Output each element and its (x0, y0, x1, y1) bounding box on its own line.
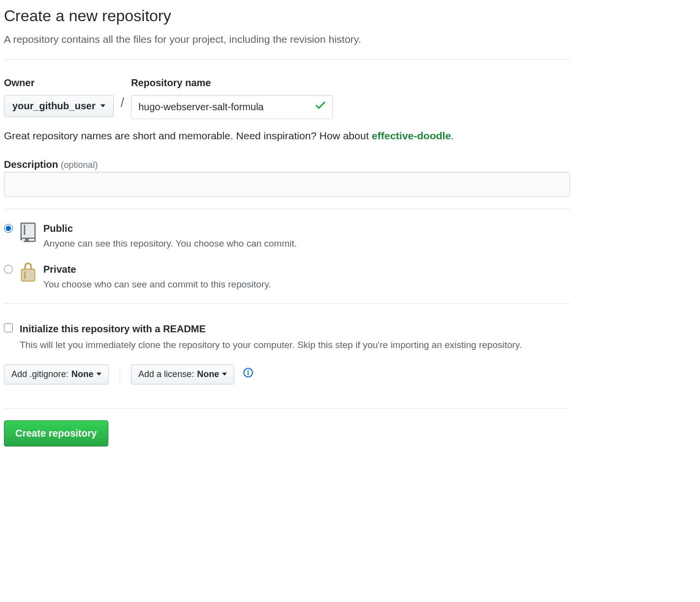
svg-rect-5 (248, 372, 249, 375)
gitignore-dropdown[interactable]: Add .gitignore: None (4, 364, 109, 384)
divider (4, 59, 570, 60)
name-hint: Great repository names are short and mem… (4, 128, 570, 144)
check-icon (315, 100, 326, 114)
caret-down-icon (96, 373, 101, 376)
repo-public-icon (19, 221, 37, 246)
caret-down-icon (100, 104, 105, 107)
slash-separator: / (121, 93, 124, 112)
private-label: Private (43, 262, 271, 277)
owner-label: Owner (4, 75, 114, 90)
suggestion-link[interactable]: effective-doodle (372, 130, 451, 141)
public-label: Public (43, 221, 297, 236)
svg-point-4 (248, 370, 249, 372)
init-readme-label: Initialize this repository with a README (20, 321, 522, 336)
repo-name-input[interactable] (131, 95, 333, 119)
public-desc: Anyone can see this repository. You choo… (43, 237, 297, 251)
page-subtitle: A repository contains all the files for … (4, 32, 570, 47)
owner-dropdown[interactable]: your_github_user (4, 95, 114, 117)
init-readme-desc: This will let you immediately clone the … (20, 338, 522, 352)
svg-rect-2 (25, 271, 26, 279)
private-radio[interactable] (4, 265, 13, 274)
license-dropdown[interactable]: Add a license: None (131, 364, 234, 384)
info-icon[interactable] (243, 368, 253, 380)
svg-rect-1 (22, 269, 35, 281)
repo-name-label: Repository name (131, 75, 333, 90)
create-repository-button[interactable]: Create repository (4, 420, 108, 446)
owner-selected: your_github_user (12, 100, 95, 112)
caret-down-icon (222, 373, 227, 376)
init-readme-checkbox[interactable] (4, 323, 13, 332)
description-label: Description (optional) (4, 159, 98, 170)
description-input[interactable] (4, 172, 570, 197)
repo-private-icon (19, 262, 37, 288)
divider (120, 365, 120, 383)
private-desc: You choose who can see and commit to thi… (43, 278, 271, 292)
public-radio[interactable] (4, 224, 13, 233)
svg-rect-0 (24, 225, 25, 235)
page-title: Create a new repository (4, 4, 570, 28)
divider (4, 408, 570, 409)
